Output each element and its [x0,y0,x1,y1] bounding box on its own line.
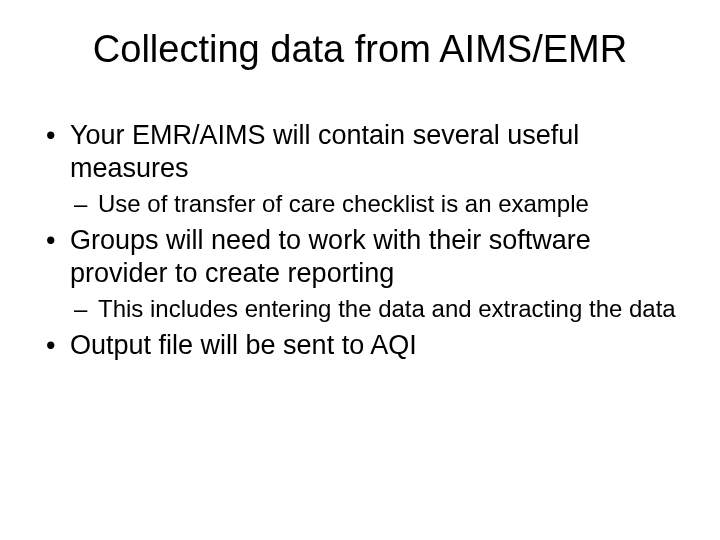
bullet-text: Groups will need to work with their soft… [70,225,591,288]
sub-bullet-text: This includes entering the data and extr… [98,295,676,322]
list-item: Use of transfer of care checklist is an … [70,189,684,218]
bullet-text: Your EMR/AIMS will contain several usefu… [70,120,579,183]
sub-bullet-list: This includes entering the data and extr… [70,294,684,323]
list-item: Your EMR/AIMS will contain several usefu… [42,119,684,218]
list-item: Output file will be sent to AQI [42,329,684,362]
slide-title: Collecting data from AIMS/EMR [36,28,684,71]
sub-bullet-list: Use of transfer of care checklist is an … [70,189,684,218]
sub-bullet-text: Use of transfer of care checklist is an … [98,190,589,217]
list-item: Groups will need to work with their soft… [42,224,684,323]
list-item: This includes entering the data and extr… [70,294,684,323]
bullet-list: Your EMR/AIMS will contain several usefu… [42,119,684,362]
slide-body: Your EMR/AIMS will contain several usefu… [36,119,684,362]
bullet-text: Output file will be sent to AQI [70,330,417,360]
